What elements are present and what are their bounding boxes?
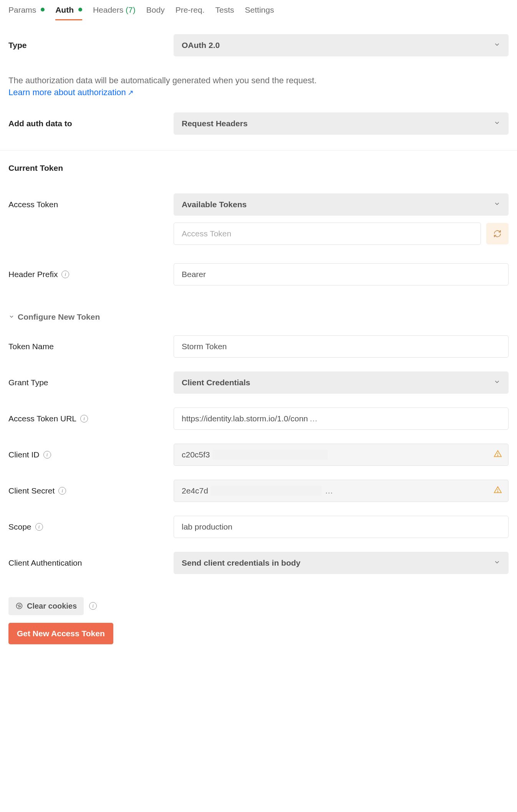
svg-point-5 <box>18 605 19 606</box>
info-icon[interactable]: i <box>89 602 97 610</box>
select-value: Client Credentials <box>182 378 250 387</box>
description-text: The authorization data will be automatic… <box>8 76 316 85</box>
tab-tests[interactable]: Tests <box>215 5 234 20</box>
svg-point-8 <box>20 606 21 607</box>
client-secret-label: Client Secret i <box>8 486 174 495</box>
tab-label: Headers <box>93 5 123 14</box>
tab-auth[interactable]: Auth <box>55 5 82 20</box>
input-placeholder: Access Token <box>182 229 231 238</box>
sync-icon <box>493 229 502 238</box>
input-value: Bearer <box>182 270 206 279</box>
configure-section-title: Configure New Token <box>18 312 100 322</box>
tab-label: Auth <box>55 5 74 14</box>
client-id-label: Client ID i <box>8 450 174 459</box>
current-token-section: Current Token <box>8 163 509 173</box>
tab-label: Pre-req. <box>176 5 205 14</box>
token-name-input[interactable]: Storm Token <box>174 335 509 358</box>
divider <box>0 150 517 150</box>
select-value: Request Headers <box>182 119 248 128</box>
client-secret-input[interactable]: 2e4c7d … <box>174 480 509 502</box>
auth-type-select[interactable]: OAuth 2.0 <box>174 34 509 56</box>
tab-label: Body <box>146 5 165 14</box>
headers-count: (7) <box>126 5 136 14</box>
tab-params[interactable]: Params <box>8 5 45 20</box>
external-link-icon: ↗ <box>128 89 134 97</box>
button-label: Clear cookies <box>27 602 77 611</box>
dot-indicator-icon <box>41 8 45 12</box>
configure-new-token-toggle[interactable]: Configure New Token <box>8 312 509 322</box>
tab-label: Settings <box>245 5 274 14</box>
input-value: lab production <box>182 522 232 531</box>
warning-icon <box>494 485 502 496</box>
select-value: Available Tokens <box>182 200 247 209</box>
svg-point-7 <box>18 607 19 607</box>
chevron-down-icon <box>494 119 500 128</box>
add-auth-data-label: Add auth data to <box>8 119 174 128</box>
redacted-area <box>210 486 322 496</box>
learn-more-link[interactable]: Learn more about authorization↗ <box>8 87 134 97</box>
auth-description: The authorization data will be automatic… <box>8 75 509 99</box>
input-value: Storm Token <box>182 342 227 351</box>
button-label: Get New Access Token <box>17 629 105 638</box>
cookie-icon <box>15 602 23 610</box>
add-auth-data-select[interactable]: Request Headers <box>174 112 509 135</box>
header-prefix-input[interactable]: Bearer <box>174 263 509 286</box>
tab-headers[interactable]: Headers (7) <box>93 5 136 20</box>
access-token-url-label: Access Token URL i <box>8 414 174 423</box>
input-value: c20c5f3 <box>182 450 210 459</box>
select-value: Send client credentials in body <box>182 558 300 568</box>
access-token-input[interactable]: Access Token <box>174 223 481 245</box>
access-token-url-input[interactable]: https://identity.lab.storm.io/1.0/conn… <box>174 408 509 430</box>
ellipsis: … <box>325 486 333 495</box>
client-auth-select[interactable]: Send client credentials in body <box>174 552 509 574</box>
svg-point-1 <box>497 455 498 456</box>
grant-type-select[interactable]: Client Credentials <box>174 371 509 394</box>
chevron-down-icon <box>8 312 15 322</box>
tab-label: Tests <box>215 5 234 14</box>
chevron-down-icon <box>494 41 500 50</box>
info-icon[interactable]: i <box>43 451 51 459</box>
info-icon[interactable]: i <box>58 487 66 495</box>
info-icon[interactable]: i <box>80 415 88 423</box>
tab-prereq[interactable]: Pre-req. <box>176 5 205 20</box>
tabs-bar: Params Auth Headers (7) Body Pre-req. Te… <box>0 0 517 20</box>
dot-indicator-icon <box>78 8 82 12</box>
grant-type-label: Grant Type <box>8 378 174 387</box>
type-label: Type <box>8 41 174 50</box>
svg-point-4 <box>17 603 22 609</box>
chevron-down-icon <box>494 200 500 209</box>
tab-settings[interactable]: Settings <box>245 5 274 20</box>
get-new-access-token-button[interactable]: Get New Access Token <box>8 623 113 644</box>
client-id-input[interactable]: c20c5f3 <box>174 444 509 466</box>
sync-token-button[interactable] <box>486 223 509 244</box>
input-value: https://identity.lab.storm.io/1.0/conn <box>182 414 308 423</box>
select-value: OAuth 2.0 <box>182 41 220 50</box>
token-name-label: Token Name <box>8 342 174 351</box>
svg-point-6 <box>20 605 20 606</box>
input-value: 2e4c7d <box>182 486 208 495</box>
tab-body[interactable]: Body <box>146 5 165 20</box>
access-token-label: Access Token <box>8 200 174 209</box>
info-icon[interactable]: i <box>61 271 69 278</box>
warning-icon <box>494 449 502 460</box>
redacted-area <box>212 450 328 460</box>
scope-label: Scope i <box>8 522 174 531</box>
chevron-down-icon <box>494 378 500 387</box>
ellipsis: … <box>310 414 318 423</box>
svg-point-3 <box>497 491 498 492</box>
tab-label: Params <box>8 5 36 14</box>
chevron-down-icon <box>494 558 500 568</box>
clear-cookies-button[interactable]: Clear cookies <box>8 597 84 615</box>
header-prefix-label: Header Prefix i <box>8 270 174 279</box>
client-auth-label: Client Authentication <box>8 558 174 568</box>
scope-input[interactable]: lab production <box>174 516 509 538</box>
info-icon[interactable]: i <box>35 523 43 531</box>
available-tokens-select[interactable]: Available Tokens <box>174 193 509 216</box>
